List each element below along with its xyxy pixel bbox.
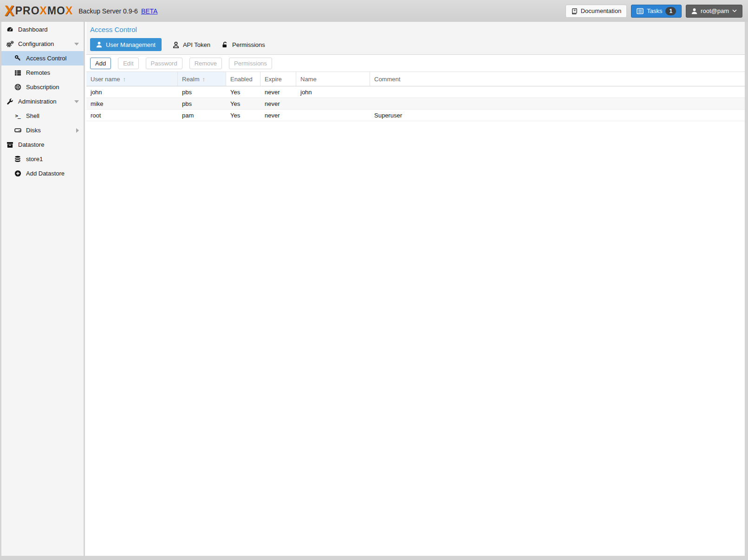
table-row[interactable]: mike pbs Yes never [86, 98, 745, 110]
sidebar-item-label: Add Datastore [26, 170, 65, 177]
plus-circle-icon [13, 170, 22, 177]
tab-label: User Management [106, 41, 156, 48]
tachometer-icon [6, 26, 14, 33]
sidebar-item-label: Shell [26, 112, 39, 119]
sidebar-item-datastore[interactable]: Datastore [1, 137, 84, 152]
sidebar-item-label: Configuration [18, 40, 54, 47]
product-title: Backup Server 0.9-6 [78, 7, 138, 15]
sort-asc-icon: ↑ [123, 76, 126, 83]
column-header-name[interactable]: Name [296, 72, 370, 86]
life-ring-icon [13, 84, 22, 91]
edit-button[interactable]: Edit [118, 58, 138, 69]
beta-link[interactable]: BETA [141, 7, 158, 15]
sort-asc-icon: ↑ [202, 76, 206, 83]
password-button[interactable]: Password [146, 58, 182, 69]
cell-name: john [296, 89, 370, 96]
cell-expire: never [260, 100, 296, 107]
terminal-icon: >_ [13, 113, 22, 119]
proxmox-wordmark: PROXMOX [15, 5, 73, 17]
table-row[interactable]: root pam Yes never Superuser [86, 110, 745, 121]
column-header-realm[interactable]: Realm ↑ [178, 72, 226, 86]
sidebar-item-shell[interactable]: >_ Shell [1, 109, 84, 123]
sidebar-item-subscription[interactable]: Subscription [1, 80, 84, 94]
sidebar-item-add-datastore[interactable]: Add Datastore [1, 166, 84, 181]
proxmox-logo[interactable]: X PROXMOX [5, 4, 73, 18]
caret-right-icon [76, 128, 79, 133]
archive-box-icon [6, 142, 14, 148]
remove-button[interactable]: Remove [189, 58, 222, 69]
cell-username: john [86, 89, 178, 96]
sidebar-item-dashboard[interactable]: Dashboard [1, 22, 84, 37]
top-bar-actions: Documentation Tasks 1 root@pam [566, 5, 742, 18]
tasks-count-badge: 1 [665, 7, 676, 15]
column-header-username[interactable]: User name ↑ [86, 72, 178, 86]
sidebar-item-label: Access Control [26, 55, 66, 62]
sidebar-item-label: Administration [18, 98, 56, 105]
cell-enabled: Yes [226, 100, 260, 107]
table-row[interactable]: john pbs Yes never john [86, 86, 745, 98]
user-menu-button[interactable]: root@pam [686, 5, 742, 18]
panel-header: Access Control User Management API Token… [86, 22, 745, 55]
book-icon [571, 8, 578, 14]
tab-bar: User Management API Token Permissions [90, 38, 745, 51]
server-list-icon [13, 70, 22, 76]
key-icon [13, 55, 22, 62]
user-menu-label: root@pam [701, 7, 729, 14]
sidebar-item-label: Dashboard [18, 26, 48, 33]
unlock-icon [221, 41, 228, 48]
tasks-label: Tasks [647, 7, 662, 14]
add-button[interactable]: Add [90, 58, 111, 69]
window-edge-left [0, 22, 1, 556]
user-outline-icon [173, 41, 179, 48]
user-solid-icon [96, 41, 102, 48]
window-edge-bottom [0, 556, 748, 560]
tab-label: API Token [183, 41, 210, 48]
database-icon [13, 156, 22, 163]
caret-down-icon [74, 100, 79, 103]
top-bar: X PROXMOX Backup Server 0.9-6 BETA Docum… [0, 0, 748, 22]
sidebar-item-store1[interactable]: store1 [1, 152, 84, 166]
main-panel: Access Control User Management API Token… [86, 22, 745, 556]
gears-icon [6, 40, 14, 48]
cell-expire: never [260, 112, 296, 119]
grid-toolbar: Add Edit Password Remove Permissions [86, 55, 745, 72]
cell-comment: Superuser [370, 112, 745, 119]
sidebar: Dashboard Configuration Access Control R… [1, 22, 85, 556]
sidebar-item-label: Datastore [18, 141, 44, 148]
cell-realm: pbs [178, 89, 226, 96]
caret-down-icon [74, 43, 79, 46]
tab-api-token[interactable]: API Token [173, 41, 210, 48]
documentation-button[interactable]: Documentation [566, 5, 627, 18]
user-icon [691, 8, 697, 14]
wrench-icon [6, 98, 14, 105]
cell-username: root [86, 112, 178, 119]
cell-username: mike [86, 100, 178, 107]
chevron-down-icon [732, 9, 737, 13]
sidebar-item-remotes[interactable]: Remotes [1, 65, 84, 80]
page-title: Access Control [90, 26, 745, 34]
documentation-label: Documentation [581, 7, 621, 14]
sidebar-item-label: store1 [26, 156, 43, 163]
sidebar-item-access-control[interactable]: Access Control [1, 51, 84, 65]
sidebar-item-configuration[interactable]: Configuration [1, 37, 84, 51]
hard-disk-icon [13, 127, 22, 134]
permissions-button[interactable]: Permissions [229, 58, 272, 69]
cell-realm: pbs [178, 100, 226, 107]
sidebar-item-label: Remotes [26, 69, 50, 76]
cell-enabled: Yes [226, 112, 260, 119]
tasks-button[interactable]: Tasks 1 [631, 5, 682, 18]
sidebar-item-disks[interactable]: Disks [1, 123, 84, 137]
cell-enabled: Yes [226, 89, 260, 96]
proxmox-x-mark-icon: X [5, 4, 14, 18]
column-header-comment[interactable]: Comment [370, 72, 745, 86]
sidebar-item-label: Disks [26, 127, 41, 134]
sidebar-item-administration[interactable]: Administration [1, 94, 84, 109]
cell-expire: never [260, 89, 296, 96]
cell-realm: pam [178, 112, 226, 119]
table-header-row: User name ↑ Realm ↑ Enabled Expire Name … [86, 72, 745, 86]
column-header-enabled[interactable]: Enabled [226, 72, 260, 86]
tab-user-management[interactable]: User Management [90, 38, 162, 51]
column-header-expire[interactable]: Expire [260, 72, 296, 86]
tab-permissions[interactable]: Permissions [221, 41, 265, 48]
task-list-icon [637, 8, 644, 14]
